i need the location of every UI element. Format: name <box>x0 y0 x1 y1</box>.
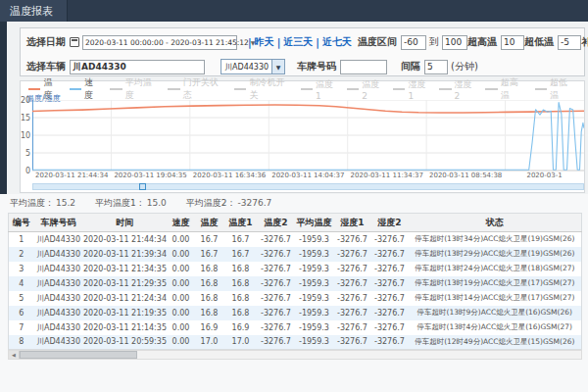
table-cell: -3276.7 <box>334 276 371 291</box>
legend-label: 温度1 <box>316 78 338 101</box>
link-last-3-days[interactable]: 近三天 <box>283 35 313 49</box>
table-cell: 5 <box>9 291 34 306</box>
range-to-label: 到 <box>429 35 439 49</box>
summary-value: 15.2 <box>56 198 75 208</box>
legend-item-humidity-2[interactable]: 湿度2 <box>439 78 476 101</box>
legend-item-cooler-switch[interactable]: 制冷机开关 <box>234 76 292 102</box>
temp-range-max-input[interactable] <box>442 35 467 50</box>
date-label: 选择日期 <box>26 35 66 49</box>
temp-range-min-input[interactable] <box>401 35 426 50</box>
low-temp-input[interactable] <box>558 35 581 50</box>
table-row[interactable]: 6川AD443302020-03-11 21:19:350.0016.816.8… <box>9 306 582 320</box>
legend-line-swatch <box>347 88 359 90</box>
horizontal-scrollbar[interactable]: ◀ <box>8 350 582 360</box>
link-last-7-days[interactable]: 近七天 <box>322 35 352 49</box>
legend-item-over-low-temp[interactable]: 超低温 <box>535 76 575 102</box>
table-header-cell: 平均温度 <box>295 214 334 232</box>
plate-input[interactable] <box>340 60 387 74</box>
legend-line-swatch <box>393 88 405 90</box>
table-cell: -3276.7 <box>334 262 371 276</box>
legend-label: 制冷机开关 <box>249 76 291 102</box>
temp-range-label: 温度区间 <box>358 35 397 49</box>
link-separator: | <box>248 37 252 48</box>
legend-label: 湿度1 <box>408 78 430 101</box>
legend-label: 速度 <box>84 76 101 102</box>
legend-label: 温度2 <box>362 78 384 101</box>
vehicle-label: 选择车辆 <box>26 60 66 74</box>
table-cell: 0.00 <box>168 276 195 291</box>
tab-temperature-report[interactable]: 温度报表 <box>0 0 68 22</box>
table-cell: 停车超时(13时29分)ACC熄火卫星(19)GSM(26) <box>409 247 582 262</box>
vehicle-search-input[interactable]: 川AD44330 <box>70 60 205 74</box>
table-cell: 停车超时(13时34分)ACC熄火卫星(19)GSM(26) <box>409 232 582 247</box>
table-cell: 0.00 <box>168 247 195 262</box>
table-row[interactable]: 5川AD443302020-03-11 21:24:340.0016.816.8… <box>9 291 582 306</box>
table-cell: -3276.7 <box>371 306 409 320</box>
sidebar-strip[interactable] <box>0 22 7 194</box>
table-cell: 16.8 <box>195 291 224 306</box>
table-row[interactable]: 3川AD443302020-03-11 21:34:350.0016.816.8… <box>9 262 582 276</box>
table-cell: -1959.3 <box>295 335 334 350</box>
legend-item-door-status[interactable]: 门开关状态 <box>168 76 225 102</box>
table-cell: 0.00 <box>168 306 195 320</box>
legend-item-humidity-1[interactable]: 湿度1 <box>393 78 430 101</box>
table-row[interactable]: 4川AD443302020-03-11 21:29:350.0016.816.8… <box>9 276 582 291</box>
legend-item-temperature-1[interactable]: 温度1 <box>301 78 338 101</box>
table-row[interactable]: 7川AD443302020-03-11 21:14:350.0016.916.9… <box>9 320 582 335</box>
legend-line-swatch <box>301 88 313 90</box>
table-cell: -1959.3 <box>295 291 334 306</box>
x-axis-label: 2020-03-11 21:44:34 <box>32 172 111 180</box>
summary-label: 平均温度1： <box>95 198 145 208</box>
datazoom-slider[interactable] <box>32 183 584 190</box>
datazoom-handle[interactable] <box>139 183 146 190</box>
table-cell: -3276.7 <box>334 306 371 320</box>
y-tick-label: 0 <box>21 167 30 175</box>
date-range-input[interactable]: 2020-03-11 00:00:00 - 2020-03-11 21:45:1… <box>82 35 237 50</box>
table-header-cell: 状态 <box>409 214 582 232</box>
readings-table: 编号车牌号码时间速度温度温度1温度2平均温度湿度1湿度2状态 1川AD44330… <box>8 213 582 350</box>
table-cell: -3276.7 <box>258 262 295 276</box>
table-cell: -3276.7 <box>258 335 295 350</box>
high-temp-input[interactable] <box>501 35 524 50</box>
scrollbar-thumb[interactable] <box>20 351 137 359</box>
legend-item-over-high-temp[interactable]: 超高温 <box>485 76 525 102</box>
vehicle-select[interactable]: 川AD44330 ▼ <box>220 59 285 74</box>
table-cell: -3276.7 <box>258 306 295 320</box>
scroll-left-arrow[interactable]: ◀ <box>9 351 20 359</box>
table-header-cell: 速度 <box>168 214 195 232</box>
table-cell: -3276.7 <box>334 232 371 247</box>
legend-label: 湿度2 <box>455 78 477 101</box>
table-cell: -3276.7 <box>258 276 295 291</box>
legend-item-temperature-2[interactable]: 温度2 <box>347 78 384 101</box>
table-cell: 停车超时(13时4分)ACC熄火卫星(16)GSM(27) <box>409 320 582 335</box>
table-row[interactable]: 2川AD443302020-03-11 21:39:340.0016.716.7… <box>9 247 582 262</box>
legend-line-swatch <box>110 88 122 90</box>
y-tick-label: 10 <box>21 131 30 140</box>
link-yesterday[interactable]: 昨天 <box>255 35 274 49</box>
table-header-cell: 编号 <box>9 214 34 232</box>
table-cell: -3276.7 <box>371 247 409 262</box>
interval-label: 间隔 <box>401 60 420 74</box>
table-header-cell: 温度 <box>195 214 224 232</box>
table-header-cell: 温度1 <box>224 214 258 232</box>
averages-summary: 平均温度：15.2平均温度1：15.0平均温度2：-3276.7 <box>10 197 291 211</box>
table-row[interactable]: 1川AD443302020-03-11 21:44:340.0016.716.7… <box>9 232 582 247</box>
line-chart <box>32 100 584 172</box>
table-cell: -1959.3 <box>295 306 334 320</box>
y-tick-label: 20 <box>21 96 30 105</box>
table-cell: 16.9 <box>195 320 224 335</box>
table-cell: 1 <box>9 232 34 247</box>
table-cell: 川AD44330 <box>34 276 83 291</box>
link-separator: | <box>277 37 281 48</box>
table-cell: -3276.7 <box>334 335 371 350</box>
table-cell: 16.7 <box>195 247 224 262</box>
legend-item-avg-temperature[interactable]: 平均温度 <box>110 76 159 102</box>
chart-legend: 温度速度平均温度门开关状态制冷机开关温度1温度2湿度1湿度2超高温超低温 <box>28 83 584 95</box>
table-row[interactable]: 8川AD443302020-03-11 20:59:350.0017.017.0… <box>9 335 582 350</box>
legend-line-swatch <box>168 88 179 90</box>
legend-item-speed[interactable]: 速度 <box>70 76 102 102</box>
table-cell: -3276.7 <box>258 320 295 335</box>
table-cell: 2020-03-11 21:44:34 <box>83 232 168 247</box>
interval-input[interactable] <box>424 60 448 74</box>
legend-label: 门开关状态 <box>183 76 225 102</box>
